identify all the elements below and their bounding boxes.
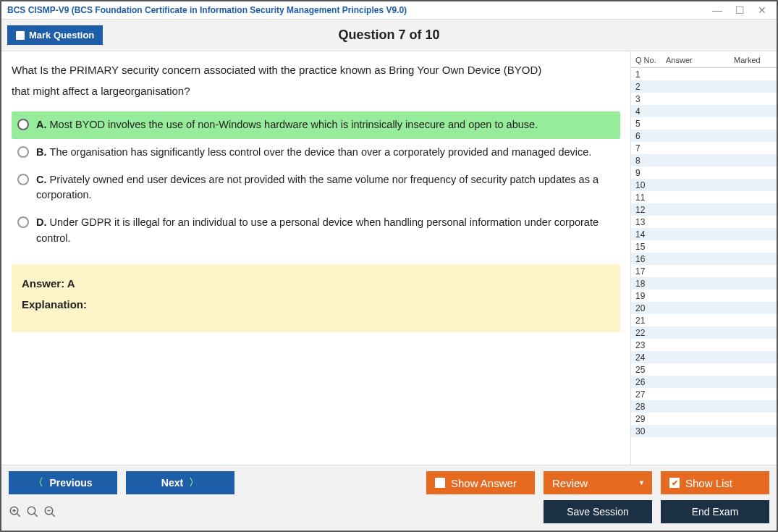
svg-line-7 xyxy=(51,513,55,517)
qlist-number: 24 xyxy=(635,352,661,363)
explanation-label: Explanation: xyxy=(22,298,610,311)
qlist-number: 4 xyxy=(635,106,661,117)
minimize-icon[interactable]: — xyxy=(712,4,722,16)
qlist-number: 18 xyxy=(635,279,661,289)
col-qno: Q No. xyxy=(635,56,666,64)
next-button[interactable]: Next 〉 xyxy=(126,471,234,494)
qlist-number: 19 xyxy=(635,291,661,301)
qlist-number: 5 xyxy=(635,119,661,129)
checkbox-icon xyxy=(16,31,25,40)
option-text: C. Privately owned end user devices are … xyxy=(36,172,614,204)
question-list-panel: Q No. Answer Marked 12345678910111213141… xyxy=(630,51,777,465)
qlist-number: 29 xyxy=(635,414,661,424)
zoom-controls xyxy=(9,505,56,518)
zoom-reset-icon[interactable] xyxy=(26,505,39,518)
qlist-row[interactable]: 26 xyxy=(631,376,777,388)
qlist-number: 16 xyxy=(635,254,661,264)
mark-question-button[interactable]: Mark Question xyxy=(7,25,103,45)
qlist-row[interactable]: 20 xyxy=(631,302,777,314)
qlist-number: 13 xyxy=(635,217,661,227)
radio-icon xyxy=(17,174,29,185)
qlist-number: 3 xyxy=(635,94,661,104)
qlist-row[interactable]: 3 xyxy=(631,93,777,105)
qlist-row[interactable]: 14 xyxy=(631,228,777,240)
qlist-row[interactable]: 18 xyxy=(631,277,777,290)
footer: 〈 Previous Next 〉 Show Answer Review ▼ ✔… xyxy=(1,465,777,531)
qlist-row[interactable]: 28 xyxy=(631,400,777,413)
qlist-row[interactable]: 10 xyxy=(631,179,777,191)
qlist-number: 15 xyxy=(635,242,661,252)
qlist-row[interactable]: 6 xyxy=(631,130,777,142)
maximize-icon[interactable]: ☐ xyxy=(735,4,745,16)
options-list: A. Most BYOD involves the use of non-Win… xyxy=(12,111,620,253)
qlist-row[interactable]: 30 xyxy=(631,425,777,437)
qlist-row[interactable]: 25 xyxy=(631,363,777,376)
window-title: BCS CISMP-V9 (BCS Foundation Certificate… xyxy=(7,5,407,15)
qlist-row[interactable]: 29 xyxy=(631,413,777,425)
window-controls: — ☐ ✕ xyxy=(712,4,771,16)
qlist-row[interactable]: 19 xyxy=(631,290,777,302)
qlist-number: 28 xyxy=(635,402,661,412)
app-window: BCS CISMP-V9 (BCS Foundation Certificate… xyxy=(0,0,778,532)
qlist-row[interactable]: 21 xyxy=(631,314,777,326)
save-session-button[interactable]: Save Session xyxy=(544,500,652,523)
chevron-down-icon: ▼ xyxy=(638,479,645,486)
qlist-row[interactable]: 4 xyxy=(631,105,777,117)
answer-box: Answer: A Explanation: xyxy=(12,264,620,332)
qlist-row[interactable]: 24 xyxy=(631,351,777,363)
qlist-row[interactable]: 11 xyxy=(631,191,777,203)
qlist-number: 21 xyxy=(635,316,661,326)
footer-row-2: Save Session End Exam xyxy=(9,500,769,523)
qlist-row[interactable]: 9 xyxy=(631,166,777,179)
qlist-number: 11 xyxy=(635,193,661,203)
qlist-number: 2 xyxy=(635,82,661,92)
qlist-header: Q No. Answer Marked xyxy=(631,51,777,68)
previous-label: Previous xyxy=(49,477,92,489)
zoom-in-icon[interactable] xyxy=(9,505,22,518)
next-label: Next xyxy=(161,477,183,489)
checkbox-checked-icon: ✔ xyxy=(669,478,680,488)
qlist-number: 7 xyxy=(635,143,661,153)
qlist-row[interactable]: 17 xyxy=(631,265,777,277)
answer-text: Answer: A xyxy=(22,277,610,290)
option-d[interactable]: D. Under GDPR it is illegal for an indiv… xyxy=(12,209,620,253)
qlist-row[interactable]: 2 xyxy=(631,80,777,93)
zoom-out-icon[interactable] xyxy=(43,505,56,518)
radio-icon xyxy=(17,119,29,130)
radio-icon xyxy=(17,216,29,228)
option-c[interactable]: C. Privately owned end user devices are … xyxy=(12,166,620,210)
qlist-row[interactable]: 15 xyxy=(631,240,777,253)
mark-question-label: Mark Question xyxy=(29,30,94,41)
qlist-number: 14 xyxy=(635,229,661,240)
show-list-label: Show List xyxy=(685,477,732,489)
option-a[interactable]: A. Most BYOD involves the use of non-Win… xyxy=(12,111,620,139)
qlist-row[interactable]: 5 xyxy=(631,117,777,130)
show-list-button[interactable]: ✔ Show List xyxy=(661,471,769,494)
qlist-number: 25 xyxy=(635,365,661,375)
qlist-number: 26 xyxy=(635,377,661,387)
review-dropdown[interactable]: Review ▼ xyxy=(544,471,652,494)
qlist-row[interactable]: 12 xyxy=(631,203,777,216)
qlist-row[interactable]: 22 xyxy=(631,326,777,339)
qlist-row[interactable]: 7 xyxy=(631,142,777,154)
qlist-row[interactable]: 8 xyxy=(631,154,777,166)
qlist-number: 20 xyxy=(635,303,661,313)
end-exam-button[interactable]: End Exam xyxy=(661,500,769,523)
qlist-body[interactable]: 1234567891011121314151617181920212223242… xyxy=(631,68,777,465)
qlist-row[interactable]: 27 xyxy=(631,388,777,400)
qlist-number: 12 xyxy=(635,205,661,215)
header-bar: Mark Question Question 7 of 10 xyxy=(1,20,777,51)
chevron-right-icon: 〉 xyxy=(189,476,199,489)
qlist-number: 9 xyxy=(635,168,661,178)
show-answer-button[interactable]: Show Answer xyxy=(426,471,535,494)
qlist-row[interactable]: 23 xyxy=(631,339,777,351)
qlist-number: 10 xyxy=(635,180,661,190)
qlist-row[interactable]: 13 xyxy=(631,216,777,228)
close-icon[interactable]: ✕ xyxy=(758,4,766,16)
qlist-row[interactable]: 16 xyxy=(631,253,777,265)
option-text: A. Most BYOD involves the use of non-Win… xyxy=(36,117,538,133)
previous-button[interactable]: 〈 Previous xyxy=(9,471,117,494)
question-panel: What Is the PRIMARY security concern ass… xyxy=(1,51,630,465)
qlist-row[interactable]: 1 xyxy=(631,68,777,80)
option-b[interactable]: B. The organisation has significantly le… xyxy=(12,139,620,166)
